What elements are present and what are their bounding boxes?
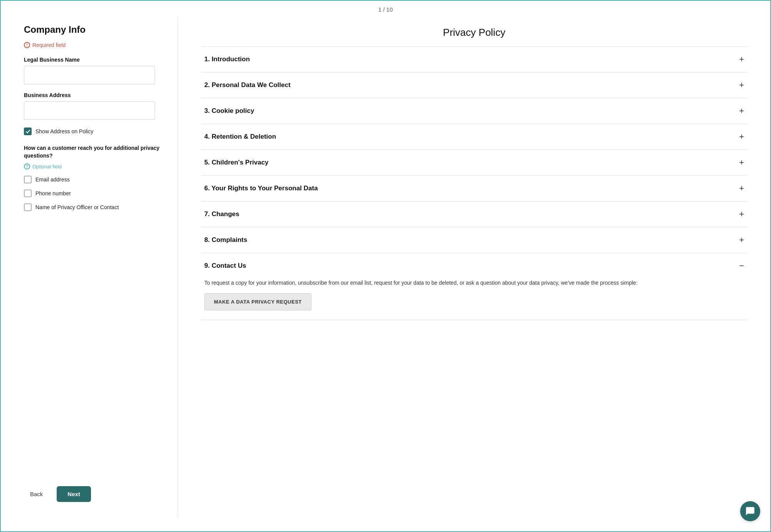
company-info-title: Company Info [24, 24, 162, 35]
phone-checkbox[interactable] [24, 190, 32, 197]
legal-business-name-group: Legal Business Name [24, 57, 162, 84]
accordion-title-7: 7. Changes [204, 210, 239, 218]
privacy-request-button[interactable]: MAKE A DATA PRIVACY REQUEST [204, 293, 311, 310]
accordion-item-2: 2. Personal Data We Collect + [201, 72, 747, 98]
accordion-item-7: 7. Changes + [201, 201, 747, 227]
counter-text: 1 / 10 [378, 6, 393, 13]
accordion-item-8: 8. Complaints + [201, 227, 747, 253]
accordion-icon-1: + [739, 55, 744, 64]
officer-option-label: Name of Privacy Officer or Contact [35, 204, 119, 210]
accordion-header-9[interactable]: 9. Contact Us − [201, 253, 747, 279]
business-address-group: Business Address [24, 92, 162, 120]
accordion-item-1: 1. Introduction + [201, 46, 747, 72]
optional-field-indicator: ? Optional field [24, 163, 162, 170]
show-address-row: Show Address on Policy [24, 128, 162, 135]
legal-business-name-input[interactable] [24, 66, 155, 84]
phone-option: Phone number [24, 190, 162, 197]
accordion-icon-2: + [739, 81, 744, 89]
accordion-icon-5: + [739, 158, 744, 167]
accordion-title-5: 5. Children's Privacy [204, 159, 269, 166]
optional-field-text: Optional field [32, 164, 62, 170]
required-field-indicator: ! Required field [24, 42, 162, 48]
alert-icon: ! [24, 42, 30, 48]
accordion-title-9: 9. Contact Us [204, 262, 246, 270]
contact-question-section: How can a customer reach you for additio… [24, 144, 162, 227]
show-address-label: Show Address on Policy [35, 128, 93, 134]
accordion-icon-9: − [739, 262, 744, 270]
show-address-checkbox[interactable] [24, 128, 32, 135]
accordion-title-4: 4. Retention & Deletion [204, 133, 276, 141]
accordion-icon-3: + [739, 107, 744, 115]
accordion-header-3[interactable]: 3. Cookie policy + [201, 98, 747, 124]
privacy-policy-title: Privacy Policy [201, 17, 747, 46]
accordion-header-7[interactable]: 7. Changes + [201, 201, 747, 227]
accordion-title-8: 8. Complaints [204, 236, 247, 244]
chat-icon [745, 506, 755, 516]
email-option-label: Email address [35, 176, 70, 183]
accordion-content-9: To request a copy for your information, … [201, 279, 747, 320]
accordion-header-2[interactable]: 2. Personal Data We Collect + [201, 72, 747, 98]
phone-option-label: Phone number [35, 190, 71, 196]
accordion-title-3: 3. Cookie policy [204, 107, 254, 115]
accordion-item-3: 3. Cookie policy + [201, 98, 747, 124]
accordion-header-8[interactable]: 8. Complaints + [201, 227, 747, 253]
business-address-label: Business Address [24, 92, 162, 98]
accordion-item-5: 5. Children's Privacy + [201, 149, 747, 175]
accordion-icon-4: + [739, 133, 744, 141]
accordion-header-1[interactable]: 1. Introduction + [201, 47, 747, 72]
officer-checkbox[interactable] [24, 203, 32, 211]
legal-business-name-label: Legal Business Name [24, 57, 162, 63]
accordion-title-1: 1. Introduction [204, 55, 250, 63]
accordion-header-6[interactable]: 6. Your Rights to Your Personal Data + [201, 176, 747, 201]
accordion: 1. Introduction + 2. Personal Data We Co… [201, 46, 747, 320]
next-button[interactable]: Next [57, 486, 91, 502]
page-counter: 1 / 10 [1, 1, 770, 17]
accordion-item-6: 6. Your Rights to Your Personal Data + [201, 175, 747, 201]
back-button[interactable]: Back [24, 487, 49, 501]
button-row: Back Next [24, 475, 162, 502]
required-field-text: Required field [32, 42, 66, 48]
accordion-item-9: 9. Contact Us − To request a copy for yo… [201, 253, 747, 320]
left-panel: Company Info ! Required field Legal Busi… [1, 17, 178, 517]
accordion-icon-6: + [739, 184, 744, 193]
optional-icon: ? [24, 163, 30, 170]
business-address-input[interactable] [24, 101, 155, 120]
accordion-header-5[interactable]: 5. Children's Privacy + [201, 150, 747, 175]
accordion-header-4[interactable]: 4. Retention & Deletion + [201, 124, 747, 149]
chat-button[interactable] [740, 501, 760, 521]
right-panel: Privacy Policy 1. Introduction + 2. Pers… [178, 17, 770, 517]
email-checkbox[interactable] [24, 176, 32, 183]
officer-option: Name of Privacy Officer or Contact [24, 203, 162, 211]
email-option: Email address [24, 176, 162, 183]
accordion-icon-8: + [739, 236, 744, 244]
main-layout: Company Info ! Required field Legal Busi… [1, 17, 770, 517]
contact-us-text: To request a copy for your information, … [204, 279, 744, 287]
accordion-item-4: 4. Retention & Deletion + [201, 124, 747, 149]
accordion-title-2: 2. Personal Data We Collect [204, 81, 291, 89]
contact-question-label: How can a customer reach you for additio… [24, 144, 162, 159]
accordion-icon-7: + [739, 210, 744, 218]
contact-options-list: Email address Phone number Name of Priva… [24, 176, 162, 211]
accordion-title-6: 6. Your Rights to Your Personal Data [204, 185, 318, 192]
